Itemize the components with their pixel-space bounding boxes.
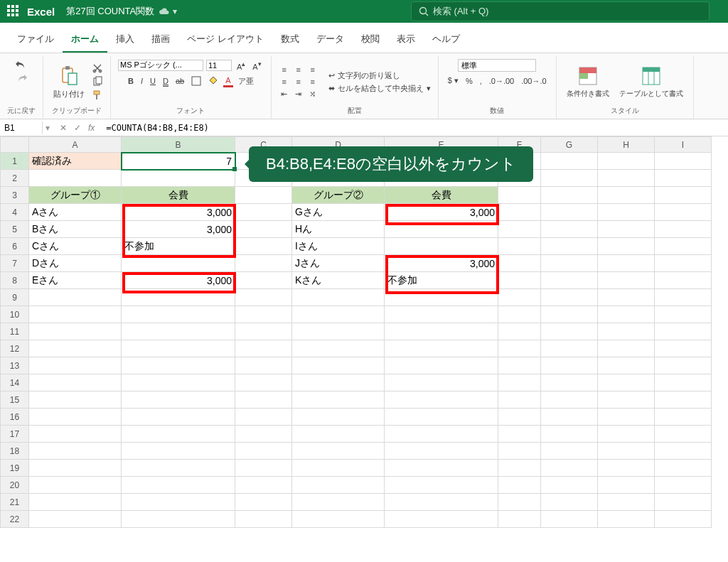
cell-G10[interactable]: [541, 306, 598, 323]
cell-H10[interactable]: [598, 306, 655, 323]
row-header-1[interactable]: 1: [1, 153, 29, 170]
select-all-corner[interactable]: [1, 137, 29, 153]
cell-H7[interactable]: [598, 255, 655, 272]
cell-H11[interactable]: [598, 323, 655, 340]
cell-E12[interactable]: [385, 340, 498, 357]
cell-C3[interactable]: [235, 187, 292, 204]
tab-data[interactable]: データ: [308, 28, 353, 53]
cell-C14[interactable]: [235, 374, 292, 391]
cell-I19[interactable]: [655, 460, 712, 477]
search-input[interactable]: 検索 (Alt + Q): [411, 1, 710, 21]
cell-H2[interactable]: [598, 170, 655, 187]
conditional-formatting-button[interactable]: 条件付き書式: [564, 63, 612, 100]
cell-I10[interactable]: [655, 306, 712, 323]
cell-H18[interactable]: [598, 443, 655, 460]
cut-icon[interactable]: [92, 63, 103, 74]
cell-G4[interactable]: [541, 204, 598, 221]
cell-I15[interactable]: [655, 391, 712, 409]
cell-C7[interactable]: [235, 255, 292, 272]
cell-E6[interactable]: [385, 238, 498, 255]
decrease-decimal-button[interactable]: .00→.0: [519, 76, 548, 86]
cell-C21[interactable]: [235, 494, 292, 511]
currency-button[interactable]: $ ▾: [446, 75, 461, 86]
cell-A13[interactable]: [29, 357, 122, 374]
cell-C11[interactable]: [235, 323, 292, 340]
cell-C13[interactable]: [235, 357, 292, 374]
cell-F16[interactable]: [498, 409, 541, 426]
cell-A7[interactable]: Dさん: [29, 255, 122, 272]
copy-icon[interactable]: [92, 76, 103, 87]
cell-A18[interactable]: [29, 443, 122, 460]
cell-G5[interactable]: [541, 221, 598, 238]
bold-button[interactable]: B: [126, 76, 136, 86]
cell-D7[interactable]: Jさん: [292, 255, 385, 272]
cell-G21[interactable]: [541, 494, 598, 511]
cell-F5[interactable]: [498, 221, 541, 238]
cell-F21[interactable]: [498, 494, 541, 511]
cell-A14[interactable]: [29, 374, 122, 391]
cell-H19[interactable]: [598, 460, 655, 477]
cell-D10[interactable]: [292, 306, 385, 323]
cell-G8[interactable]: [541, 272, 598, 289]
cell-H8[interactable]: [598, 272, 655, 289]
cell-A3[interactable]: グループ①: [29, 187, 122, 204]
cell-F8[interactable]: [498, 272, 541, 289]
cell-F10[interactable]: [498, 306, 541, 323]
cell-A17[interactable]: [29, 426, 122, 443]
cell-I18[interactable]: [655, 443, 712, 460]
cell-A4[interactable]: Aさん: [29, 204, 122, 221]
cell-D9[interactable]: [292, 289, 385, 306]
cell-F22[interactable]: [498, 511, 541, 528]
cell-A21[interactable]: [29, 494, 122, 511]
cell-A5[interactable]: Bさん: [29, 221, 122, 238]
cell-B17[interactable]: [122, 426, 235, 443]
cell-E8[interactable]: 不参加: [385, 272, 498, 289]
row-header-12[interactable]: 12: [1, 340, 29, 357]
cell-C18[interactable]: [235, 443, 292, 460]
cell-G7[interactable]: [541, 255, 598, 272]
cell-E11[interactable]: [385, 323, 498, 340]
cell-E13[interactable]: [385, 357, 498, 374]
row-header-17[interactable]: 17: [1, 426, 29, 443]
cell-E3[interactable]: 会費: [385, 187, 498, 204]
cell-D16[interactable]: [292, 409, 385, 426]
cell-E21[interactable]: [385, 494, 498, 511]
cell-G9[interactable]: [541, 289, 598, 306]
font-size-select[interactable]: [206, 60, 232, 71]
cell-D13[interactable]: [292, 357, 385, 374]
cell-G1[interactable]: [541, 153, 598, 170]
cell-H16[interactable]: [598, 409, 655, 426]
row-header-7[interactable]: 7: [1, 255, 29, 272]
cell-A12[interactable]: [29, 340, 122, 357]
font-color-button[interactable]: A: [223, 75, 232, 87]
row-header-14[interactable]: 14: [1, 374, 29, 391]
cell-D17[interactable]: [292, 426, 385, 443]
cell-C9[interactable]: [235, 289, 292, 306]
document-name[interactable]: 第27回 COUNTA関数: [66, 5, 154, 18]
cell-I20[interactable]: [655, 477, 712, 494]
cell-I1[interactable]: [655, 153, 712, 170]
cell-H21[interactable]: [598, 494, 655, 511]
cell-C5[interactable]: [235, 221, 292, 238]
cell-G14[interactable]: [541, 374, 598, 391]
cell-E22[interactable]: [385, 511, 498, 528]
cell-C19[interactable]: [235, 460, 292, 477]
cell-E9[interactable]: [385, 289, 498, 306]
cell-I2[interactable]: [655, 170, 712, 187]
cell-I11[interactable]: [655, 323, 712, 340]
cell-A2[interactable]: [29, 170, 122, 187]
format-painter-icon[interactable]: [92, 90, 103, 101]
cell-E19[interactable]: [385, 460, 498, 477]
cell-F14[interactable]: [498, 374, 541, 391]
align-left-icon[interactable]: ≡: [279, 77, 290, 87]
cell-C12[interactable]: [235, 340, 292, 357]
row-header-15[interactable]: 15: [1, 391, 29, 409]
tab-draw[interactable]: 描画: [143, 28, 178, 53]
cell-H12[interactable]: [598, 340, 655, 357]
app-launcher-icon[interactable]: [7, 5, 20, 18]
cell-D11[interactable]: [292, 323, 385, 340]
cell-H17[interactable]: [598, 426, 655, 443]
cell-B14[interactable]: [122, 374, 235, 391]
wrap-text-button[interactable]: ↩文字列の折り返し: [328, 70, 431, 81]
cell-D4[interactable]: Gさん: [292, 204, 385, 221]
